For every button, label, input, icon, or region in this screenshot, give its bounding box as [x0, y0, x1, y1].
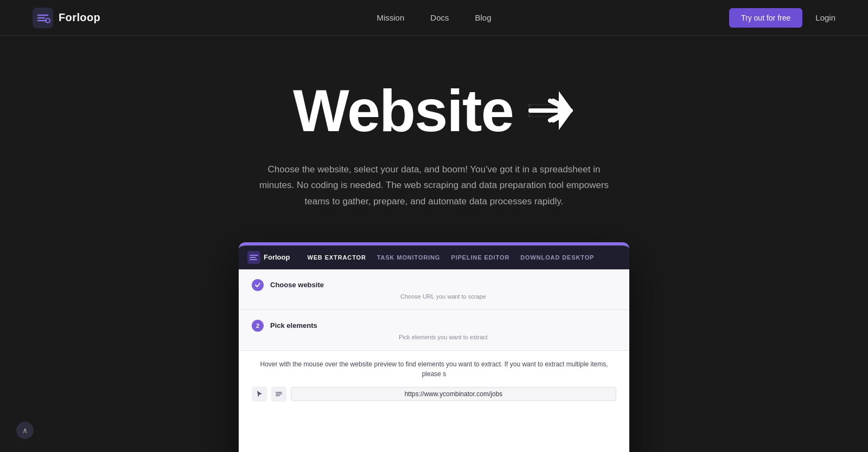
app-nav-web-extractor[interactable]: WEB EXTRACTOR [307, 254, 366, 261]
hover-instruction: Hover with the mouse over the website pr… [252, 359, 616, 379]
url-display[interactable]: https://www.ycombinator.com/jobs [291, 387, 616, 401]
step-2-circle: 2 [252, 320, 264, 332]
svg-rect-10 [276, 395, 280, 396]
step-1-header: Choose website [252, 279, 616, 291]
arrow-right-icon [526, 89, 575, 132]
app-navbar: Forloop WEB EXTRACTOR TASK MONITORING PI… [239, 246, 629, 269]
navbar: Forloop Mission Docs Blog Try out for fr… [0, 0, 868, 36]
app-nav-download-desktop[interactable]: DOWNLOAD DESKTOP [520, 254, 594, 261]
hero-title: Website [293, 79, 575, 142]
app-logo-icon [247, 251, 260, 264]
nav-actions: Try out for free Login [729, 8, 835, 28]
nav-link-blog[interactable]: Blog [475, 13, 492, 22]
step-2-title: Pick elements [270, 321, 317, 330]
step-2-number: 2 [256, 322, 259, 329]
step-1: Choose website Choose URL you want to sc… [239, 269, 629, 310]
cursor-icon [252, 386, 267, 402]
app-nav-task-monitoring[interactable]: TASK MONITORING [377, 254, 441, 261]
nav-links: Mission Docs Blog [376, 13, 491, 22]
hero-section: Website Choose the website, select your … [0, 36, 868, 452]
app-nav-items: WEB EXTRACTOR TASK MONITORING PIPELINE E… [307, 254, 594, 261]
step-2-header: 2 Pick elements [252, 320, 616, 332]
hero-description: Choose the website, select your data, an… [250, 162, 618, 210]
scroll-up-button[interactable]: ∧ [16, 422, 34, 439]
svg-rect-8 [276, 392, 282, 393]
logo[interactable]: Forloop [33, 8, 100, 28]
brand-name: Forloop [59, 11, 100, 24]
step-1-title: Choose website [270, 281, 324, 289]
list-icon [271, 386, 286, 402]
step-1-subtitle: Choose URL you want to scrape [270, 293, 616, 300]
app-nav-pipeline-editor[interactable]: PIPELINE EDITOR [451, 254, 509, 261]
cursor-visual-area: 🖱 [252, 410, 616, 443]
app-logo: Forloop [247, 251, 290, 264]
url-row: https://www.ycombinator.com/jobs [252, 386, 616, 402]
nav-link-mission[interactable]: Mission [376, 13, 404, 22]
step-1-circle [252, 279, 264, 291]
try-free-button[interactable]: Try out for free [729, 8, 802, 28]
nav-link-docs[interactable]: Docs [430, 13, 449, 22]
content-area: Hover with the mouse over the website pr… [239, 351, 629, 452]
forloop-logo-icon [33, 8, 53, 28]
app-brand-name: Forloop [264, 253, 290, 261]
step-2-subtitle: Pick elements you want to extract [270, 334, 616, 340]
login-button[interactable]: Login [815, 13, 835, 22]
hero-title-text: Website [293, 79, 513, 142]
app-screenshot: Forloop WEB EXTRACTOR TASK MONITORING PI… [239, 242, 629, 452]
mouse-cursor-icon: 🖱 [426, 419, 442, 434]
chevron-up-icon: ∧ [22, 426, 28, 435]
step-2: 2 Pick elements Pick elements you want t… [239, 310, 629, 351]
app-body: Choose website Choose URL you want to sc… [239, 269, 629, 452]
svg-rect-9 [276, 393, 282, 395]
